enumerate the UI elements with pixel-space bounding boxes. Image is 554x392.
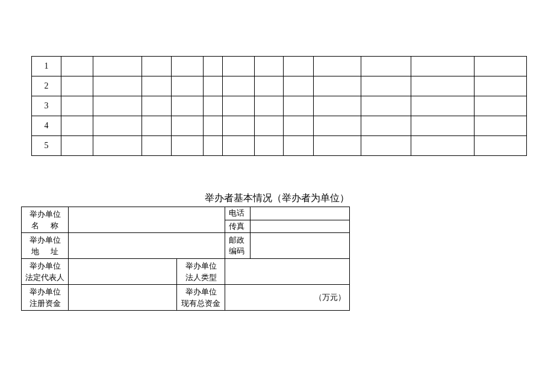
- section-title: 举办者基本情况（举办者为单位）: [0, 192, 554, 205]
- value-org-name: [69, 207, 225, 233]
- row-number: 2: [32, 76, 61, 96]
- value-legal-rep: [69, 259, 177, 285]
- label-org-name: 举办单位 名 称: [22, 207, 69, 233]
- label-reg-capital: 举办单位 注册资金: [22, 285, 69, 311]
- table-row: 举办单位 法定代表人 举办单位 法人类型: [22, 259, 350, 285]
- table-row: 举办单位 注册资金 举办单位 现有总资金 （万元）: [22, 285, 350, 311]
- value-phone: [251, 207, 350, 220]
- value-total-capital: （万元）: [225, 285, 350, 311]
- table-row: 举办单位 名 称 电话: [22, 207, 350, 220]
- table-row: 举办单位 地 址 邮政 编码: [22, 233, 350, 259]
- table-row: 5: [32, 136, 527, 156]
- label-legal-type: 举办单位 法人类型: [177, 259, 225, 285]
- table-2: 举办单位 名 称 电话 传真 举办单位 地 址 邮政 编码 举办单位 法定代表人…: [21, 207, 350, 311]
- row-number: 3: [32, 96, 61, 116]
- value-postal: [251, 233, 350, 259]
- value-fax: [251, 220, 350, 233]
- table-row: 1: [32, 57, 527, 76]
- value-reg-capital: [69, 285, 177, 311]
- label-fax: 传真: [225, 220, 251, 233]
- label-phone: 电话: [225, 207, 251, 220]
- row-number: 4: [32, 116, 61, 136]
- table-row: 2: [32, 76, 527, 96]
- table-row: 4: [32, 116, 527, 136]
- value-org-address: [69, 233, 225, 259]
- row-number: 5: [32, 136, 61, 156]
- label-legal-rep: 举办单位 法定代表人: [22, 259, 69, 285]
- label-postal: 邮政 编码: [225, 233, 251, 259]
- table-row: 3: [32, 96, 527, 116]
- row-number: 1: [32, 57, 61, 76]
- table-1: 1 2 3 4 5: [31, 56, 527, 156]
- value-legal-type: [225, 259, 350, 285]
- label-org-address: 举办单位 地 址: [22, 233, 69, 259]
- label-total-capital: 举办单位 现有总资金: [177, 285, 225, 311]
